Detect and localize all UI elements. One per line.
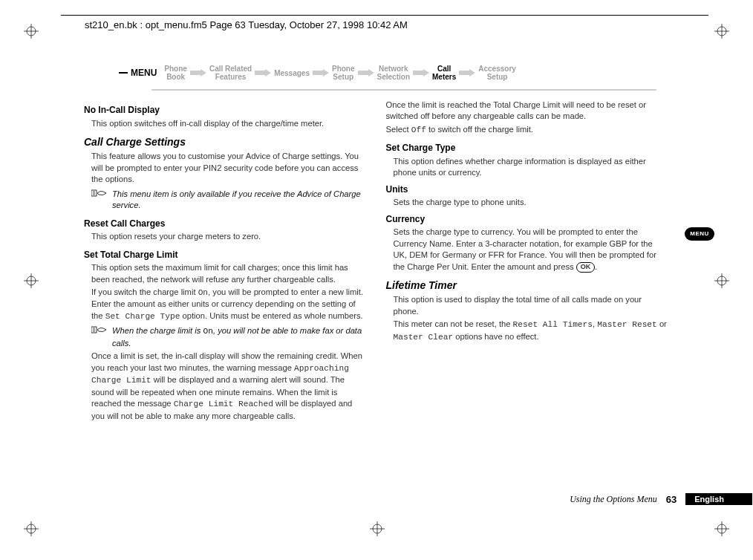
ok-button-glyph: OK bbox=[576, 262, 596, 273]
mono-set-charge-type: Set Charge Type bbox=[105, 312, 180, 321]
nav-accessory-setup: AccessorySetup bbox=[475, 65, 519, 81]
mono-off: Off bbox=[411, 126, 426, 134]
body-text: This option resets your charge meters to… bbox=[91, 231, 365, 242]
nav-phone-setup: PhoneSetup bbox=[329, 65, 358, 81]
nav-call-related: Call RelatedFeatures bbox=[206, 65, 255, 81]
crop-mark bbox=[24, 24, 39, 39]
note-hand-icon bbox=[91, 325, 108, 334]
nav-messages: Messages bbox=[271, 69, 313, 77]
crop-mark bbox=[24, 273, 39, 288]
heading-units: Units bbox=[386, 183, 668, 196]
chevron-icon bbox=[459, 69, 475, 76]
body-text: Select Off to switch off the charge limi… bbox=[386, 124, 668, 136]
heading-set-total-charge-limit: Set Total Charge Limit bbox=[84, 249, 365, 261]
nav-items: PhoneBook Call RelatedFeatures Messages … bbox=[161, 65, 656, 81]
svg-marker-23 bbox=[313, 69, 329, 76]
svg-marker-26 bbox=[459, 69, 475, 76]
chevron-icon bbox=[255, 69, 271, 76]
mono-reset-all-timers: Reset All Timers bbox=[513, 320, 593, 329]
menu-breadcrumb: MENU PhoneBook Call RelatedFeatures Mess… bbox=[119, 58, 656, 88]
note: When the charge limit is On, you will no… bbox=[91, 325, 365, 349]
body-text: Sets the charge type to currency. You wi… bbox=[394, 227, 668, 273]
heading-set-charge-type: Set Charge Type bbox=[386, 142, 668, 154]
heading-call-charge-settings: Call Charge Settings bbox=[84, 135, 365, 149]
footer-chapter: Using the Options Menu bbox=[570, 494, 657, 505]
nav-underline bbox=[151, 89, 656, 91]
body-text: This option defines whether charge infor… bbox=[394, 156, 668, 179]
right-column: Once the limit is reached the Total Char… bbox=[386, 98, 668, 422]
mono-master-clear: Master Clear bbox=[394, 333, 454, 342]
mono-on: On bbox=[198, 288, 208, 297]
chevron-icon bbox=[358, 69, 374, 76]
crop-mark bbox=[370, 521, 385, 536]
svg-marker-25 bbox=[413, 69, 429, 76]
chevron-icon bbox=[313, 69, 329, 76]
body-text: This option switches off in-call display… bbox=[91, 118, 365, 129]
header-rule bbox=[61, 15, 708, 16]
heading-reset-call-charges: Reset Call Charges bbox=[84, 218, 365, 230]
crop-mark bbox=[714, 273, 729, 288]
side-menu-tab: MENU bbox=[685, 227, 714, 241]
body-text: This feature allows you to customise you… bbox=[91, 151, 365, 185]
body-text: This option is used to display the total… bbox=[394, 294, 668, 317]
body-text: Once the limit is reached the Total Char… bbox=[386, 100, 668, 123]
body-text: This meter can not be reset, the Reset A… bbox=[394, 319, 668, 343]
heading-lifetime-timer: Lifetime Timer bbox=[386, 279, 668, 293]
body-text: Once a limit is set, the in-call display… bbox=[91, 351, 365, 422]
body-text: If you switch the charge limit On, you w… bbox=[91, 287, 365, 322]
crop-mark bbox=[714, 521, 729, 536]
page-content: No In-Call Display This option switches … bbox=[84, 98, 667, 422]
crop-mark bbox=[24, 521, 39, 536]
menu-tick-icon bbox=[119, 72, 128, 74]
nav-phone-book: PhoneBook bbox=[161, 65, 190, 81]
mono-master-reset: Master Reset bbox=[597, 320, 657, 329]
chevron-icon bbox=[413, 69, 429, 76]
nav-network-selection: NetworkSelection bbox=[374, 65, 413, 81]
nav-call-meters: CallMeters bbox=[429, 65, 459, 81]
note-hand-icon bbox=[91, 189, 108, 198]
svg-marker-21 bbox=[190, 69, 206, 76]
svg-marker-24 bbox=[358, 69, 374, 76]
note-text: This menu item is only available if you … bbox=[112, 189, 365, 212]
left-column: No In-Call Display This option switches … bbox=[84, 98, 365, 422]
body-text: Sets the charge type to phone units. bbox=[394, 197, 668, 208]
note: This menu item is only available if you … bbox=[91, 189, 365, 212]
note-text: When the charge limit is On, you will no… bbox=[112, 325, 365, 349]
heading-no-in-call: No In-Call Display bbox=[84, 104, 365, 117]
footer-language: English bbox=[685, 493, 752, 505]
footer-page-number: 63 bbox=[666, 494, 677, 505]
menu-label: MENU bbox=[131, 68, 157, 78]
chevron-icon bbox=[190, 69, 206, 76]
crop-mark bbox=[714, 24, 729, 39]
running-head: st210_en.bk : opt_menu.fm5 Page 63 Tuesd… bbox=[85, 19, 408, 30]
footer: Using the Options Menu 63 English bbox=[84, 493, 667, 505]
mono-charge-limit-reached: Charge Limit Reached bbox=[174, 400, 273, 408]
body-text: This option sets the maximum limit for c… bbox=[91, 262, 365, 285]
svg-marker-22 bbox=[255, 69, 271, 76]
heading-currency: Currency bbox=[386, 213, 668, 226]
